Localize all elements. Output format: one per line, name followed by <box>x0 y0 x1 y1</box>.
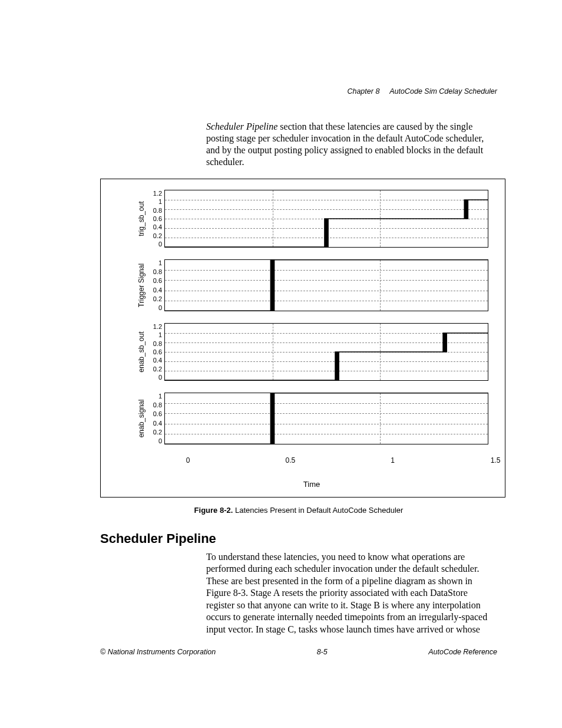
ytick: 0 <box>148 374 162 381</box>
page-footer: © National Instruments Corporation 8-5 A… <box>100 648 497 656</box>
plot-area <box>164 393 488 444</box>
plot-area <box>164 259 488 311</box>
xtick: 0.5 <box>285 456 295 465</box>
yticks: 1 0.8 0.6 0.4 0.2 0 <box>148 259 164 311</box>
ytick: 0.8 <box>148 207 162 214</box>
caption-rest: Latencies Present in Default AutoCode Sc… <box>233 506 403 515</box>
panel-trig-sb-out: trig_sb_out 1.2 1 0.8 0.6 0.4 0.2 0 <box>135 190 488 248</box>
yticks: 1.2 1 0.8 0.6 0.4 0.2 0 <box>148 190 164 248</box>
yticks: 1.2 1 0.8 0.6 0.4 0.2 0 <box>148 323 164 381</box>
ytick: 0.2 <box>148 365 162 373</box>
page: Chapter 8 AutoCode Sim Cdelay Scheduler … <box>0 0 562 728</box>
intro-emph: Scheduler Pipeline <box>206 121 277 131</box>
ytick: 0 <box>148 437 162 444</box>
ylabel: enab_signal <box>137 400 146 438</box>
ytick: 0 <box>148 304 162 311</box>
ytick: 0.4 <box>148 420 162 427</box>
ytick: 0.4 <box>148 357 162 364</box>
yticks: 1 0.8 0.6 0.4 0.2 0 <box>148 393 164 444</box>
ytick: 0.2 <box>148 429 162 436</box>
panel-trigger-signal: Trigger Signal 1 0.8 0.6 0.4 0.2 0 <box>135 259 488 311</box>
figure-caption: Figure 8-2. Latencies Present in Default… <box>100 506 497 515</box>
plot-area <box>164 190 488 248</box>
ytick: 0.4 <box>148 286 162 294</box>
footer-center: 8-5 <box>317 648 328 656</box>
ytick: 0.6 <box>148 348 162 355</box>
ylabel: trig_sb_out <box>137 201 146 236</box>
ytick: 1.2 <box>148 190 162 197</box>
ytick: 1 <box>148 259 162 266</box>
ytick: 0.2 <box>148 295 162 302</box>
ytick: 0.6 <box>148 410 162 417</box>
xlabel: Time <box>135 480 488 489</box>
chapter-number: Chapter 8 <box>347 87 379 95</box>
figure-frame: trig_sb_out 1.2 1 0.8 0.6 0.4 0.2 0 <box>100 179 505 498</box>
ytick: 0.2 <box>148 232 162 239</box>
plot-column: trig_sb_out 1.2 1 0.8 0.6 0.4 0.2 0 <box>135 190 488 489</box>
ytick: 0.8 <box>148 268 162 275</box>
plot-area <box>164 323 488 381</box>
ylabel: Trigger Signal <box>137 263 146 307</box>
section-heading: Scheduler Pipeline <box>100 531 497 546</box>
xticks: 0 0.5 1 1.5 <box>188 456 495 465</box>
body-paragraph: To understand these latencies, you need … <box>206 551 497 635</box>
footer-right: AutoCode Reference <box>428 648 497 656</box>
ytick: 1 <box>148 331 162 338</box>
ytick: 1.2 <box>148 323 162 330</box>
ytick: 0.8 <box>148 340 162 347</box>
xtick: 0 <box>186 456 190 465</box>
ytick: 1 <box>148 393 162 400</box>
caption-strong: Figure 8-2. <box>194 506 233 515</box>
chapter-title: AutoCode Sim Cdelay Scheduler <box>389 87 497 95</box>
panel-enab-signal: enab_signal 1 0.8 0.6 0.4 0.2 0 <box>135 393 488 444</box>
ytick: 0.6 <box>148 277 162 284</box>
ytick: 0.6 <box>148 215 162 222</box>
panel-enab-sb-out: enab_sb_out 1.2 1 0.8 0.6 0.4 0.2 0 <box>135 323 488 381</box>
ytick: 0.8 <box>148 401 162 409</box>
xtick: 1.5 <box>491 456 501 465</box>
ytick: 0 <box>148 241 162 248</box>
intro-paragraph: Scheduler Pipeline section that these la… <box>206 121 497 168</box>
footer-left: © National Instruments Corporation <box>100 648 216 656</box>
xtick: 1 <box>391 456 395 465</box>
running-header: Chapter 8 AutoCode Sim Cdelay Scheduler <box>347 87 497 95</box>
ytick: 0.4 <box>148 223 162 230</box>
ytick: 1 <box>148 198 162 205</box>
ylabel: enab_sb_out <box>137 331 146 372</box>
